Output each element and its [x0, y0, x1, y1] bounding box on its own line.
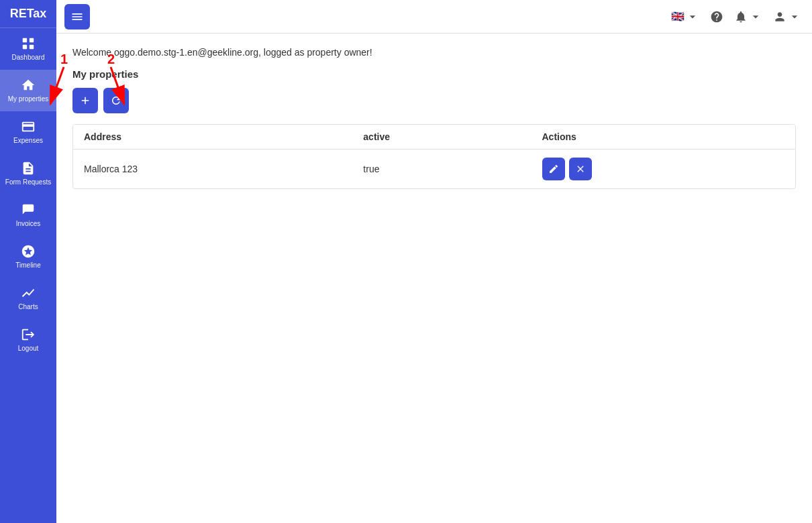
refresh-icon	[110, 95, 122, 107]
bell-icon	[734, 10, 748, 23]
welcome-message: Welcome oggo.demo.stg-1.en@geekline.org,…	[72, 47, 796, 58]
topbar-left	[64, 4, 90, 30]
hamburger-icon	[70, 10, 84, 23]
sidebar-label-form-requests: Form Requests	[5, 178, 51, 186]
col-address: Address	[73, 125, 352, 150]
home-icon	[21, 78, 36, 93]
app-logo: RETax	[0, 0, 56, 28]
sidebar-item-form-requests[interactable]: Form Requests	[0, 153, 56, 194]
form-requests-icon	[21, 161, 36, 176]
profile-button[interactable]	[770, 7, 804, 26]
refresh-button[interactable]	[103, 88, 129, 113]
col-active: active	[352, 125, 531, 150]
help-button[interactable]	[707, 7, 726, 26]
invoices-icon	[21, 202, 36, 217]
sidebar-item-logout[interactable]: Logout	[0, 319, 56, 361]
topbar: 🇬🇧	[56, 0, 812, 34]
charts-icon	[21, 286, 36, 300]
row-action-cell	[542, 158, 785, 180]
sidebar-item-expenses[interactable]: Expenses	[0, 111, 56, 153]
delete-property-button[interactable]	[569, 158, 592, 180]
cell-actions	[531, 150, 796, 189]
sidebar-label-timeline: Timeline	[15, 262, 40, 270]
help-icon	[710, 10, 723, 23]
section-title: My properties	[72, 68, 796, 80]
cell-active: true	[352, 150, 531, 189]
edit-property-button[interactable]	[542, 158, 565, 180]
action-buttons	[72, 88, 796, 113]
expenses-icon	[21, 119, 36, 134]
col-actions: Actions	[531, 125, 796, 150]
flag-icon: 🇬🇧	[671, 10, 684, 23]
sidebar-label-logout: Logout	[18, 345, 39, 353]
sidebar-item-timeline[interactable]: Timeline	[0, 236, 56, 278]
lang-chevron-icon	[686, 10, 699, 23]
sidebar-label-dashboard: Dashboard	[12, 54, 45, 62]
content-area: Welcome oggo.demo.stg-1.en@geekline.org,…	[56, 34, 812, 523]
hamburger-button[interactable]	[64, 4, 90, 30]
sidebar-item-invoices[interactable]: Invoices	[0, 194, 56, 236]
profile-icon	[773, 10, 786, 23]
profile-chevron-icon	[788, 10, 801, 23]
sidebar-label-my-properties: My properties	[8, 95, 49, 103]
sidebar: RETax Dashboard My properties Expenses F…	[0, 0, 56, 523]
sidebar-label-invoices: Invoices	[16, 220, 41, 228]
properties-table-container: Address active Actions Mallorca 123 true	[72, 124, 796, 189]
logout-icon	[21, 327, 36, 342]
table-row: Mallorca 123 true	[73, 150, 795, 189]
add-icon	[79, 95, 91, 107]
topbar-right: 🇬🇧	[668, 7, 804, 26]
svg-rect-3	[30, 45, 34, 49]
close-icon	[575, 164, 586, 174]
sidebar-item-charts[interactable]: Charts	[0, 278, 56, 319]
cell-address: Mallorca 123	[73, 150, 352, 189]
timeline-icon	[21, 244, 36, 259]
dashboard-icon	[21, 36, 36, 51]
sidebar-label-charts: Charts	[18, 303, 38, 311]
properties-table: Address active Actions Mallorca 123 true	[73, 125, 795, 188]
sidebar-item-dashboard[interactable]: Dashboard	[0, 28, 56, 70]
svg-rect-1	[30, 38, 34, 42]
add-property-button[interactable]	[72, 88, 98, 113]
sidebar-label-expenses: Expenses	[13, 137, 43, 145]
main-area: 🇬🇧	[56, 0, 812, 523]
svg-rect-0	[23, 38, 27, 42]
notifications-chevron-icon	[749, 10, 762, 23]
notifications-button[interactable]	[731, 7, 765, 26]
language-button[interactable]: 🇬🇧	[668, 7, 702, 26]
sidebar-item-my-properties[interactable]: My properties	[0, 70, 56, 111]
svg-rect-2	[23, 45, 27, 49]
edit-icon	[548, 164, 559, 174]
